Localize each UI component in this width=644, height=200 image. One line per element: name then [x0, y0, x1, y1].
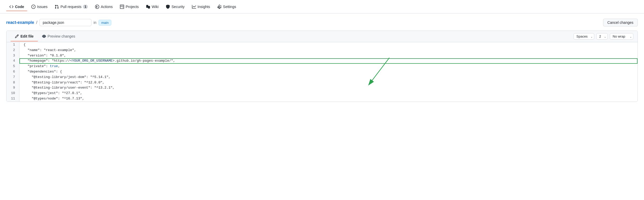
table-row: 11 "@types/node": "^16.7.13", [6, 96, 638, 102]
line-content[interactable]: "homepage": "https://<YOUR_ORG_OR_USERNA… [19, 58, 638, 64]
nav-label-wiki: Wiki [152, 5, 159, 9]
nav-item-security[interactable]: Security [163, 3, 188, 11]
breadcrumb-in-label: in [94, 20, 96, 25]
spaces-select-wrapper: Spaces Tabs [574, 33, 594, 40]
table-row: 4 "homepage": "https://<YOUR_ORG_OR_USER… [6, 58, 638, 64]
editor-container: Edit file Preview changes Spaces Tabs [6, 31, 638, 102]
tab-edit-file[interactable]: Edit file [11, 32, 38, 41]
table-row: 2 "name": "react-example", [6, 48, 638, 53]
line-number: 4 [6, 58, 19, 64]
line-content[interactable]: "private": true, [19, 64, 638, 69]
table-row: 9 "@testing-library/user-event": "^13.2.… [6, 85, 638, 91]
nav-item-code[interactable]: Code [6, 3, 27, 11]
code-editor[interactable]: 1{2 "name": "react-example",3 "version":… [6, 42, 638, 102]
line-number: 9 [6, 85, 19, 91]
nav-item-settings[interactable]: Settings [214, 3, 239, 11]
editor-toolbar: Edit file Preview changes Spaces Tabs [6, 31, 638, 42]
nav-label-insights: Insights [198, 5, 210, 9]
code-icon [9, 5, 13, 9]
security-icon [166, 5, 170, 9]
issue-icon [31, 5, 35, 9]
actions-icon [95, 5, 99, 9]
preview-icon [42, 34, 46, 38]
indent-select-wrapper: 2 4 [596, 33, 608, 40]
line-number: 1 [6, 42, 19, 48]
table-row: 1{ [6, 42, 638, 48]
nav-label-projects: Projects [126, 5, 139, 9]
table-row: 8 "@testing-library/react": "^12.0.0", [6, 80, 638, 85]
nav-item-issues[interactable]: Issues [28, 3, 51, 11]
nav-label-code: Code [15, 5, 24, 9]
nav-item-projects[interactable]: Projects [117, 3, 142, 11]
line-content[interactable]: { [19, 42, 638, 48]
nav-item-pull-requests[interactable]: Pull requests 1 [52, 3, 91, 11]
line-content[interactable]: "name": "react-example", [19, 48, 638, 53]
table-row: 10 "@types/jest": "^27.0.1", [6, 91, 638, 96]
cancel-changes-button[interactable]: Cancel changes [603, 19, 638, 26]
tab-preview-changes[interactable]: Preview changes [38, 32, 80, 41]
filename-input[interactable] [39, 19, 91, 26]
line-number: 5 [6, 64, 19, 69]
tab-edit-file-label: Edit file [20, 34, 34, 38]
table-row: 7 "@testing-library/jest-dom": "^5.14.1"… [6, 75, 638, 80]
code-lines: 1{2 "name": "react-example",3 "version":… [6, 42, 638, 102]
nav-item-wiki[interactable]: Wiki [143, 3, 162, 11]
main-nav: Code Issues Pull requests 1 Actions [0, 0, 644, 13]
table-row: 5 "private": true, [6, 64, 638, 69]
pr-badge: 1 [83, 5, 88, 9]
editor-controls: Spaces Tabs 2 4 No wrap Soft wrap [574, 33, 633, 40]
table-row: 3 "version": "0.1.0", [6, 53, 638, 59]
indent-select[interactable]: 2 4 [596, 33, 608, 40]
nav-label-pr: Pull requests [60, 5, 81, 9]
line-content[interactable]: "@testing-library/react": "^12.0.0", [19, 80, 638, 85]
breadcrumb-left: react-example / in main [6, 19, 111, 26]
line-content[interactable]: "@types/jest": "^27.0.1", [19, 91, 638, 96]
branch-badge[interactable]: main [98, 20, 111, 26]
line-content[interactable]: "@types/node": "^16.7.13", [19, 96, 638, 102]
nav-label-actions: Actions [101, 5, 113, 9]
line-number: 10 [6, 91, 19, 96]
line-content[interactable]: "@testing-library/user-event": "^13.2.1"… [19, 85, 638, 91]
line-number: 11 [6, 96, 19, 102]
editor-tabs: Edit file Preview changes [11, 32, 79, 41]
settings-icon [217, 5, 221, 9]
breadcrumb-sep: / [36, 20, 37, 25]
line-content[interactable]: "@testing-library/jest-dom": "^5.14.1", [19, 75, 638, 80]
insights-icon [192, 5, 196, 9]
wiki-icon [146, 5, 150, 9]
breadcrumb-repo[interactable]: react-example [6, 20, 34, 25]
line-number: 7 [6, 75, 19, 80]
line-number: 6 [6, 69, 19, 75]
projects-icon [120, 5, 124, 9]
nav-label-settings: Settings [223, 5, 236, 9]
table-row: 6 "dependencies": { [6, 69, 638, 75]
line-content[interactable]: "version": "0.1.0", [19, 53, 638, 59]
nav-label-security: Security [171, 5, 185, 9]
spaces-select[interactable]: Spaces Tabs [574, 33, 594, 40]
line-number: 2 [6, 48, 19, 53]
line-number: 3 [6, 53, 19, 59]
edit-icon [15, 34, 19, 38]
line-number: 8 [6, 80, 19, 85]
pr-icon [55, 5, 59, 9]
nav-label-issues: Issues [37, 5, 47, 9]
line-content[interactable]: "dependencies": { [19, 69, 638, 75]
nav-item-actions[interactable]: Actions [92, 3, 116, 11]
breadcrumb-bar: react-example / in main Cancel changes [0, 13, 644, 31]
wrap-select[interactable]: No wrap Soft wrap [610, 33, 633, 40]
tab-preview-changes-label: Preview changes [48, 34, 75, 38]
nav-item-insights[interactable]: Insights [189, 3, 213, 11]
wrap-select-wrapper: No wrap Soft wrap [610, 33, 633, 40]
